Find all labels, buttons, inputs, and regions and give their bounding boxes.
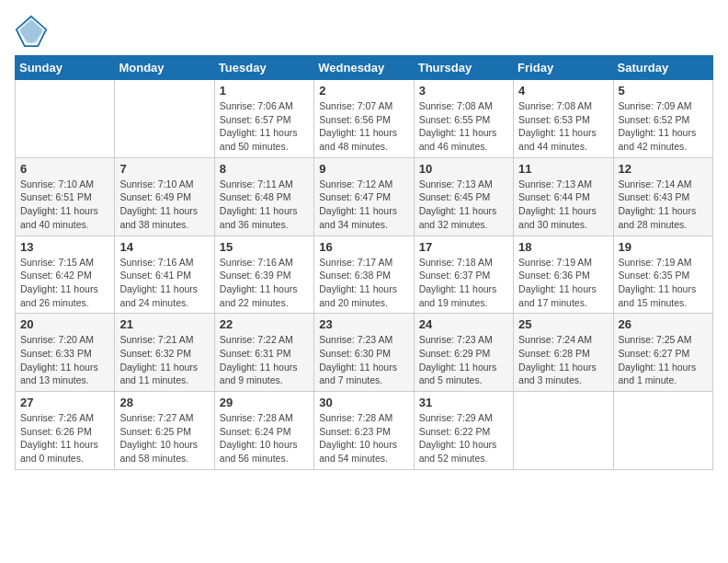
day-number: 7: [119, 162, 209, 176]
calendar-cell: [16, 80, 115, 158]
weekday-header-monday: Monday: [115, 56, 214, 80]
day-number: 27: [20, 396, 109, 409]
logo: [15, 15, 51, 48]
weekday-header-saturday: Saturday: [613, 56, 712, 80]
day-number: 29: [220, 396, 309, 409]
calendar-cell: 30Sunrise: 7:28 AM Sunset: 6:23 PM Dayli…: [314, 392, 414, 470]
day-detail: Sunrise: 7:06 AM Sunset: 6:57 PM Dayligh…: [220, 99, 309, 154]
day-number: 11: [518, 162, 608, 176]
calendar-body: 1Sunrise: 7:06 AM Sunset: 6:57 PM Daylig…: [16, 80, 713, 470]
day-number: 24: [419, 317, 508, 331]
calendar-cell: 19Sunrise: 7:19 AM Sunset: 6:35 PM Dayli…: [613, 236, 712, 314]
day-number: 30: [319, 396, 408, 409]
calendar-cell: [613, 392, 712, 470]
weekday-header-friday: Friday: [514, 56, 613, 80]
calendar-cell: 24Sunrise: 7:23 AM Sunset: 6:29 PM Dayli…: [414, 314, 513, 392]
day-detail: Sunrise: 7:20 AM Sunset: 6:33 PM Dayligh…: [20, 333, 109, 387]
day-number: 20: [20, 317, 109, 331]
calendar-cell: 14Sunrise: 7:16 AM Sunset: 6:41 PM Dayli…: [115, 236, 214, 314]
day-number: 31: [419, 396, 508, 409]
day-detail: Sunrise: 7:19 AM Sunset: 6:36 PM Dayligh…: [518, 256, 608, 310]
calendar-table: SundayMondayTuesdayWednesdayThursdayFrid…: [15, 55, 713, 470]
day-number: 6: [20, 162, 109, 176]
weekday-header-sunday: Sunday: [16, 56, 115, 80]
day-number: 12: [619, 162, 708, 176]
day-detail: Sunrise: 7:28 AM Sunset: 6:24 PM Dayligh…: [220, 411, 309, 465]
calendar-cell: 25Sunrise: 7:24 AM Sunset: 6:28 PM Dayli…: [514, 314, 613, 392]
calendar-cell: 16Sunrise: 7:17 AM Sunset: 6:38 PM Dayli…: [314, 236, 414, 314]
day-detail: Sunrise: 7:10 AM Sunset: 6:51 PM Dayligh…: [20, 178, 109, 232]
calendar-cell: 5Sunrise: 7:09 AM Sunset: 6:52 PM Daylig…: [613, 80, 712, 158]
calendar-cell: 15Sunrise: 7:16 AM Sunset: 6:39 PM Dayli…: [214, 236, 313, 314]
calendar-week-row: 27Sunrise: 7:26 AM Sunset: 6:26 PM Dayli…: [16, 392, 713, 470]
day-detail: Sunrise: 7:25 AM Sunset: 6:27 PM Dayligh…: [619, 333, 708, 387]
day-detail: Sunrise: 7:16 AM Sunset: 6:41 PM Dayligh…: [119, 256, 209, 310]
day-number: 2: [319, 84, 408, 98]
day-number: 4: [518, 84, 608, 98]
calendar-cell: 20Sunrise: 7:20 AM Sunset: 6:33 PM Dayli…: [16, 314, 115, 392]
calendar-cell: 18Sunrise: 7:19 AM Sunset: 6:36 PM Dayli…: [514, 236, 613, 314]
calendar-cell: 17Sunrise: 7:18 AM Sunset: 6:37 PM Dayli…: [414, 236, 513, 314]
day-detail: Sunrise: 7:23 AM Sunset: 6:30 PM Dayligh…: [319, 333, 408, 387]
calendar-cell: 9Sunrise: 7:12 AM Sunset: 6:47 PM Daylig…: [314, 157, 414, 236]
day-detail: Sunrise: 7:07 AM Sunset: 6:56 PM Dayligh…: [319, 99, 408, 154]
day-detail: Sunrise: 7:22 AM Sunset: 6:31 PM Dayligh…: [220, 333, 309, 387]
day-detail: Sunrise: 7:10 AM Sunset: 6:49 PM Dayligh…: [119, 178, 209, 232]
calendar-cell: 27Sunrise: 7:26 AM Sunset: 6:26 PM Dayli…: [16, 392, 115, 470]
day-detail: Sunrise: 7:12 AM Sunset: 6:47 PM Dayligh…: [319, 178, 408, 232]
calendar-cell: 13Sunrise: 7:15 AM Sunset: 6:42 PM Dayli…: [16, 236, 115, 314]
calendar-cell: 29Sunrise: 7:28 AM Sunset: 6:24 PM Dayli…: [214, 392, 313, 470]
day-number: 19: [619, 240, 708, 254]
calendar-cell: 21Sunrise: 7:21 AM Sunset: 6:32 PM Dayli…: [115, 314, 214, 392]
day-number: 5: [619, 84, 708, 98]
day-detail: Sunrise: 7:16 AM Sunset: 6:39 PM Dayligh…: [220, 256, 309, 310]
day-detail: Sunrise: 7:13 AM Sunset: 6:44 PM Dayligh…: [518, 178, 608, 232]
weekday-header-thursday: Thursday: [414, 56, 513, 80]
day-number: 1: [220, 84, 309, 98]
day-number: 21: [119, 317, 209, 331]
day-number: 16: [319, 240, 408, 254]
weekday-header-tuesday: Tuesday: [214, 56, 313, 80]
day-number: 25: [518, 317, 608, 331]
day-detail: Sunrise: 7:15 AM Sunset: 6:42 PM Dayligh…: [20, 256, 109, 310]
day-detail: Sunrise: 7:08 AM Sunset: 6:53 PM Dayligh…: [518, 99, 608, 154]
calendar-cell: 7Sunrise: 7:10 AM Sunset: 6:49 PM Daylig…: [115, 157, 214, 236]
calendar-cell: 26Sunrise: 7:25 AM Sunset: 6:27 PM Dayli…: [613, 314, 712, 392]
day-number: 23: [319, 317, 408, 331]
calendar-cell: 11Sunrise: 7:13 AM Sunset: 6:44 PM Dayli…: [514, 157, 613, 236]
calendar-week-row: 6Sunrise: 7:10 AM Sunset: 6:51 PM Daylig…: [16, 157, 713, 236]
day-detail: Sunrise: 7:18 AM Sunset: 6:37 PM Dayligh…: [419, 256, 508, 310]
calendar-cell: 3Sunrise: 7:08 AM Sunset: 6:55 PM Daylig…: [414, 80, 513, 158]
calendar-cell: 22Sunrise: 7:22 AM Sunset: 6:31 PM Dayli…: [214, 314, 313, 392]
day-number: 28: [119, 396, 209, 409]
calendar-cell: 1Sunrise: 7:06 AM Sunset: 6:57 PM Daylig…: [214, 80, 313, 158]
day-number: 17: [419, 240, 508, 254]
day-detail: Sunrise: 7:14 AM Sunset: 6:43 PM Dayligh…: [619, 178, 708, 232]
day-number: 14: [119, 240, 209, 254]
calendar-week-row: 13Sunrise: 7:15 AM Sunset: 6:42 PM Dayli…: [16, 236, 713, 314]
day-number: 22: [220, 317, 309, 331]
calendar-cell: 12Sunrise: 7:14 AM Sunset: 6:43 PM Dayli…: [613, 157, 712, 236]
page-header: [15, 15, 713, 48]
calendar-cell: [115, 80, 214, 158]
day-detail: Sunrise: 7:17 AM Sunset: 6:38 PM Dayligh…: [319, 256, 408, 310]
day-detail: Sunrise: 7:19 AM Sunset: 6:35 PM Dayligh…: [619, 256, 708, 310]
calendar-cell: 6Sunrise: 7:10 AM Sunset: 6:51 PM Daylig…: [16, 157, 115, 236]
calendar-cell: 28Sunrise: 7:27 AM Sunset: 6:25 PM Dayli…: [115, 392, 214, 470]
logo-icon: [15, 15, 48, 48]
calendar-cell: 4Sunrise: 7:08 AM Sunset: 6:53 PM Daylig…: [514, 80, 613, 158]
day-detail: Sunrise: 7:26 AM Sunset: 6:26 PM Dayligh…: [20, 411, 109, 465]
day-detail: Sunrise: 7:11 AM Sunset: 6:48 PM Dayligh…: [220, 178, 309, 232]
day-number: 10: [419, 162, 508, 176]
day-detail: Sunrise: 7:09 AM Sunset: 6:52 PM Dayligh…: [619, 99, 708, 154]
weekday-header-wednesday: Wednesday: [314, 56, 414, 80]
calendar-cell: 31Sunrise: 7:29 AM Sunset: 6:22 PM Dayli…: [414, 392, 513, 470]
calendar-week-row: 20Sunrise: 7:20 AM Sunset: 6:33 PM Dayli…: [16, 314, 713, 392]
day-number: 18: [518, 240, 608, 254]
day-detail: Sunrise: 7:08 AM Sunset: 6:55 PM Dayligh…: [419, 99, 508, 154]
calendar-header-row: SundayMondayTuesdayWednesdayThursdayFrid…: [16, 56, 713, 80]
day-detail: Sunrise: 7:23 AM Sunset: 6:29 PM Dayligh…: [419, 333, 508, 387]
day-number: 26: [619, 317, 708, 331]
calendar-cell: 23Sunrise: 7:23 AM Sunset: 6:30 PM Dayli…: [314, 314, 414, 392]
day-detail: Sunrise: 7:24 AM Sunset: 6:28 PM Dayligh…: [518, 333, 608, 387]
